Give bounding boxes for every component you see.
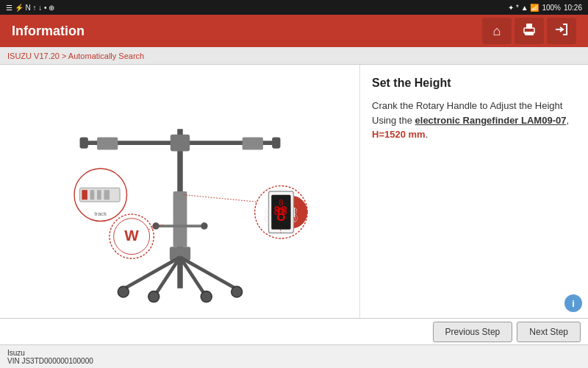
status-bar: ☰ ⚡ N ↑ ↓ • ⊕ ✦ * ▲ 📶 100% 10:26 bbox=[0, 0, 588, 15]
svg-rect-12 bbox=[173, 191, 187, 247]
home-icon: ⌂ bbox=[493, 24, 501, 39]
instruction-text-2: , bbox=[566, 115, 569, 126]
svg-point-23 bbox=[152, 222, 159, 229]
svg-rect-11 bbox=[242, 138, 262, 150]
footer-brand: Isuzu bbox=[7, 349, 581, 357]
svg-line-49 bbox=[183, 195, 256, 202]
instruction-title: Set the Height bbox=[372, 77, 576, 90]
next-step-button[interactable]: Next Step bbox=[517, 322, 581, 342]
svg-rect-32 bbox=[90, 190, 94, 199]
svg-rect-34 bbox=[104, 190, 110, 199]
exit-button[interactable] bbox=[547, 18, 576, 44]
svg-point-3 bbox=[532, 29, 534, 31]
connectivity-icons: ✦ * ▲ 📶 bbox=[508, 4, 539, 12]
svg-text:W: W bbox=[124, 227, 139, 244]
exit-icon bbox=[554, 22, 569, 40]
header: Information ⌂ bbox=[0, 15, 588, 47]
svg-point-24 bbox=[201, 222, 207, 229]
svg-rect-10 bbox=[97, 138, 118, 150]
instruction-panel: Set the Height Crank the Rotary Handle t… bbox=[360, 65, 588, 318]
status-right-icons: ✦ * ▲ 📶 100% 10:26 bbox=[508, 4, 582, 12]
battery-level: 100% bbox=[542, 4, 561, 12]
svg-text:track: track bbox=[94, 210, 107, 217]
svg-text:8: 8 bbox=[280, 205, 287, 218]
svg-rect-8 bbox=[272, 138, 280, 149]
instruction-highlight: electronic Rangefinder LAM09-07 bbox=[415, 115, 567, 126]
svg-rect-7 bbox=[79, 138, 87, 149]
svg-rect-31 bbox=[82, 190, 87, 199]
print-button[interactable] bbox=[514, 18, 544, 44]
info-button[interactable]: i bbox=[564, 294, 582, 312]
instruction-text-3: . bbox=[426, 129, 429, 140]
instruction-height: H=1520 mm bbox=[372, 129, 426, 140]
svg-rect-9 bbox=[170, 135, 189, 152]
svg-point-19 bbox=[231, 286, 242, 297]
main-content: W track H 8 888 8 888 8 8 bbox=[0, 65, 588, 318]
equipment-diagram: W track H 8 888 8 888 8 8 bbox=[26, 74, 334, 309]
header-icons: ⌂ bbox=[482, 18, 576, 44]
clock: 10:26 bbox=[564, 4, 582, 12]
diagram-panel: W track H 8 888 8 888 8 8 bbox=[0, 65, 360, 318]
header-title: Information bbox=[12, 24, 85, 39]
svg-text:8: 8 bbox=[273, 205, 280, 218]
footer-vin: VIN JS3TD000000100000 bbox=[7, 357, 581, 365]
previous-step-button[interactable]: Previous Step bbox=[433, 322, 513, 342]
svg-rect-33 bbox=[97, 190, 101, 199]
footer: Isuzu VIN JS3TD000000100000 bbox=[0, 344, 588, 368]
instruction-body: Crank the Rotary Handle to Adjust the He… bbox=[372, 99, 576, 142]
status-left-icons: ☰ ⚡ N ↑ ↓ • ⊕ bbox=[6, 4, 54, 12]
breadcrumb-text: ISUZU V17.20 > Automatically Search bbox=[7, 52, 144, 60]
navigation-buttons: Previous Step Next Step bbox=[0, 318, 588, 344]
svg-point-18 bbox=[118, 286, 129, 297]
app-icons: ☰ ⚡ N ↑ ↓ • ⊕ bbox=[6, 4, 54, 12]
svg-point-20 bbox=[148, 291, 159, 302]
breadcrumb: ISUZU V17.20 > Automatically Search bbox=[0, 47, 588, 65]
home-button[interactable]: ⌂ bbox=[482, 18, 512, 44]
svg-point-21 bbox=[201, 291, 212, 302]
print-icon bbox=[522, 22, 537, 40]
